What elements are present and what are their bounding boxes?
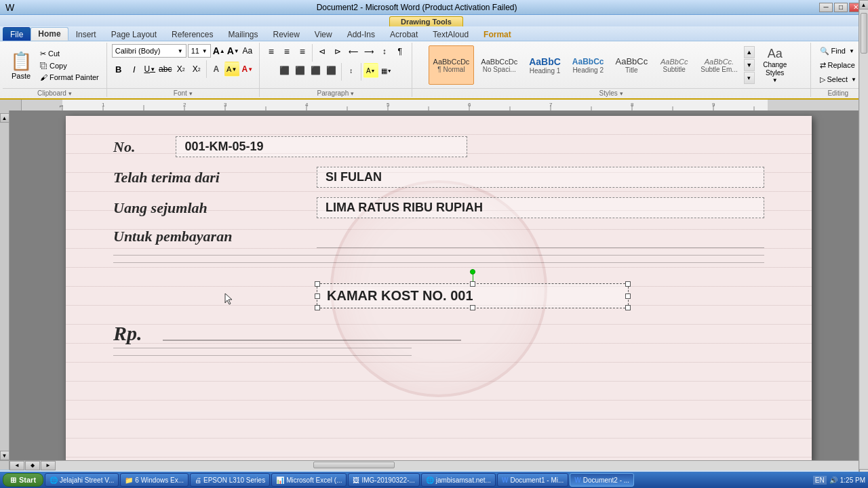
ltr-button[interactable]: ⟵ [346, 44, 361, 59]
bold-button[interactable]: B [111, 62, 126, 77]
increase-indent-button[interactable]: ⊳ [330, 44, 345, 59]
copy-button[interactable]: ⿻ Copy [37, 60, 102, 71]
nav-indicator[interactable]: ◆ [25, 461, 40, 470]
clear-format-button[interactable]: Aa [241, 44, 254, 58]
style-subtleemphasis[interactable]: AaBbCc. Subtle Em... [696, 45, 742, 85]
style-subtitle[interactable]: AaBbCc Subtitle [654, 45, 694, 85]
grow-font-button[interactable]: A▲ [212, 44, 226, 58]
shading-button[interactable]: A ▼ [363, 63, 378, 78]
underline-button[interactable]: U ▼ [142, 62, 157, 77]
font-name-dropdown[interactable]: Calibri (Body) ▼ [112, 44, 186, 58]
tab-home[interactable]: Home [31, 27, 68, 41]
taskbar-excel[interactable]: 📊 Microsoft Excel (... [271, 473, 347, 487]
font-size-dropdown[interactable]: 11 ▼ [188, 44, 211, 58]
kamar-textbox-selected[interactable]: KAMAR KOST NO. 001 [317, 283, 629, 308]
superscript-button[interactable]: X2 [189, 62, 204, 77]
tab-pagelayout[interactable]: Page Layout [104, 27, 164, 41]
shrink-font-button[interactable]: A▼ [226, 44, 240, 58]
style-normal[interactable]: AaBbCcDc ¶ Normal [429, 45, 475, 85]
style-heading1[interactable]: AaBbC Heading 1 [524, 45, 566, 85]
taskbar-epson[interactable]: 🖨 EPSON L310 Series [190, 473, 270, 487]
bullets-button[interactable]: ≡ [264, 44, 279, 59]
explorer-label: 6 Windows Ex... [135, 476, 184, 484]
replace-button[interactable]: ⇄ Replace [815, 58, 862, 72]
multilevel-button[interactable]: ≡ [295, 44, 310, 59]
highlight-button[interactable]: A ▼ [224, 62, 239, 77]
scroll-thumb[interactable] [861, 13, 867, 54]
font-color-button[interactable]: A ▼ [240, 62, 255, 77]
tab-acrobat[interactable]: Acrobat [382, 27, 425, 41]
tab-insert[interactable]: Insert [68, 27, 104, 41]
borders-button[interactable]: ▦ ▼ [379, 63, 394, 78]
style-title[interactable]: AaBbCc Title [611, 45, 653, 85]
handle-tl[interactable] [315, 281, 320, 287]
handle-bm[interactable] [470, 305, 475, 310]
align-center-button[interactable]: ⬛ [293, 63, 308, 78]
untuk-label: Untuk pembayaran [113, 228, 317, 245]
title-bar-text: Document2 - Microsoft Word (Product Acti… [14, 3, 819, 12]
start-button[interactable]: ⊞ Start [3, 473, 43, 487]
document-area[interactable]: No. 001-KM-05-19 Telah terima dari SI FU… [9, 110, 868, 460]
tab-review[interactable]: Review [265, 27, 307, 41]
paste-button[interactable]: 📋 Paste [7, 49, 35, 82]
tab-addins[interactable]: Add-Ins [340, 27, 382, 41]
sort-button[interactable]: ↕ [377, 44, 392, 59]
justify-button[interactable]: ⬛ [324, 63, 339, 78]
vertical-scrollbar[interactable]: ▲ ▼ [859, 0, 868, 479]
tab-textaloud[interactable]: TextAloud [425, 27, 476, 41]
italic-button[interactable]: I [127, 62, 142, 77]
decrease-indent-button[interactable]: ⊲ [315, 44, 330, 59]
replace-label: Replace [828, 61, 855, 69]
tab-mailings[interactable]: Mailings [220, 27, 265, 41]
scroll-up-arrow[interactable]: ▲ [859, 0, 869, 9]
h-scroll-thumb[interactable] [313, 462, 395, 468]
text-effects-button[interactable]: A [209, 62, 224, 77]
taskbar-windows-explorer[interactable]: 📁 6 Windows Ex... [120, 473, 189, 487]
handle-br[interactable] [625, 305, 631, 310]
tab-format[interactable]: Format [476, 27, 519, 41]
style-heading2[interactable]: AaBbCc Heading 2 [568, 45, 609, 85]
tab-file[interactable]: File [3, 27, 31, 41]
tab-view[interactable]: View [307, 27, 340, 41]
handle-bl[interactable] [315, 305, 320, 310]
numbering-button[interactable]: ≡ [279, 44, 294, 59]
uang-value-box[interactable]: LIMA RATUS RIBU RUPIAH [317, 197, 764, 218]
taskbar-doc2[interactable]: W Document2 - ... [570, 473, 634, 487]
prev-page-button[interactable]: ◄ [9, 461, 24, 470]
line-spacing-button[interactable]: ↕ [344, 63, 359, 78]
taskbar-jambi[interactable]: 🌐 jambisamsat.net... [421, 473, 496, 487]
taskbar-jelajahi[interactable]: 🌐 Jelajahi Street V... [45, 473, 119, 487]
align-right-button[interactable]: ⬛ [309, 63, 323, 78]
find-button[interactable]: 🔍 Find ▼ [815, 44, 862, 58]
next-page-button[interactable]: ► [41, 461, 56, 470]
handle-tm[interactable] [470, 281, 475, 287]
drawing-tools-tab[interactable]: Drawing Tools [389, 16, 463, 26]
styles-scroll-down[interactable]: ▼ [744, 59, 755, 71]
taskbar-doc1[interactable]: W Document1 - Mi... [497, 473, 568, 487]
untuk-value-box[interactable] [317, 228, 764, 248]
subscript-button[interactable]: X2 [174, 62, 189, 77]
no-value-box[interactable]: 001-KM-05-19 [176, 136, 467, 157]
handle-ml[interactable] [315, 293, 320, 299]
terima-value-box[interactable]: SI FULAN [317, 167, 764, 188]
start-icon: ⊞ [10, 476, 16, 485]
scroll-page-up[interactable]: ▲ [0, 113, 9, 123]
scroll-page-down[interactable]: ▼ [0, 451, 9, 460]
strikethrough-button[interactable]: abc [158, 62, 173, 77]
tab-references[interactable]: References [164, 27, 220, 41]
cut-button[interactable]: ✂ Cut [37, 48, 102, 60]
format-painter-button[interactable]: 🖌 Format Painter [37, 72, 102, 83]
handle-mr[interactable] [625, 293, 631, 299]
maximize-button[interactable]: □ [834, 3, 848, 12]
show-hide-button[interactable]: ¶ [393, 44, 408, 59]
minimize-button[interactable]: ─ [819, 3, 833, 12]
styles-more[interactable]: ▾ [744, 72, 755, 84]
style-nospacing[interactable]: AaBbCcDc No Spaci... [476, 45, 522, 85]
change-styles-button[interactable]: Aa ChangeStyles ▼ [756, 45, 794, 85]
styles-scroll-up[interactable]: ▲ [744, 46, 755, 58]
select-button[interactable]: ▷ Select ▼ [815, 73, 862, 86]
taskbar-img[interactable]: 🖼 IMG-20190322-... [348, 473, 419, 487]
align-left-button[interactable]: ⬛ [277, 63, 292, 78]
handle-tr[interactable] [625, 281, 631, 287]
rtl-button[interactable]: ⟶ [361, 44, 376, 59]
